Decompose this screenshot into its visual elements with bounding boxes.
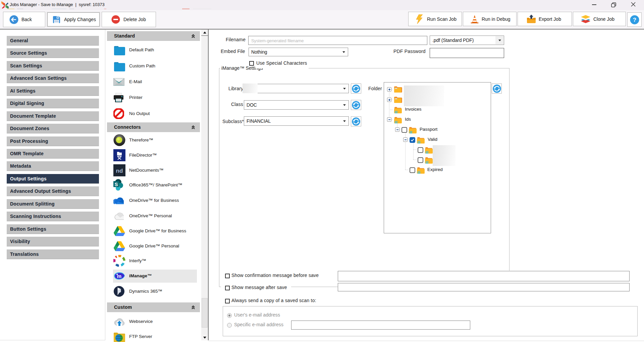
svg-text:S: S [114,181,118,187]
svg-text:?: ? [633,17,636,23]
svg-text:nd: nd [116,168,123,174]
svg-text:m: m [117,273,121,279]
